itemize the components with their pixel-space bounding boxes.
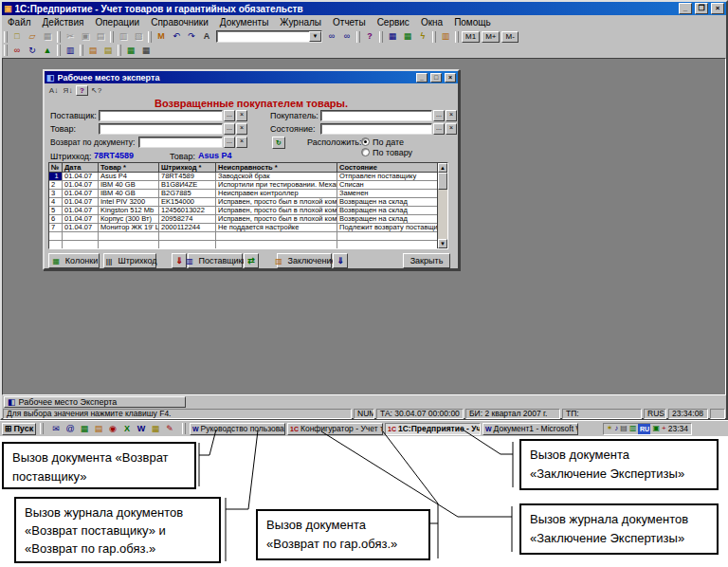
return-doc-input[interactable] xyxy=(138,137,223,148)
menu-reports[interactable]: Отчеты xyxy=(327,17,372,27)
menu-operations[interactable]: Операции xyxy=(89,17,145,27)
table-row[interactable]: 3 01.04.07 IBM 40 GB B2G7885 Неисправен … xyxy=(49,190,437,198)
col-state[interactable]: Состояние xyxy=(337,163,437,173)
cell[interactable]: 6 xyxy=(49,215,63,224)
scrollbar-track[interactable] xyxy=(438,190,447,239)
cell[interactable]: 1 xyxy=(49,173,63,181)
product-lookup-button[interactable]: ... xyxy=(224,123,235,135)
close-form-button[interactable]: Закрыть xyxy=(403,253,450,268)
supplier-input[interactable] xyxy=(99,110,223,121)
journal-icon[interactable]: ▥ xyxy=(63,45,78,57)
cell[interactable]: 3 xyxy=(49,190,63,198)
find-documents-icon[interactable]: ∞ xyxy=(9,45,25,57)
table-row[interactable]: 7 01.04.07 Монитор ЖК 19' LG 2000112244 … xyxy=(49,224,437,232)
menu-file[interactable]: Файл xyxy=(2,17,37,27)
radio-by-date-circle[interactable] xyxy=(361,137,370,146)
table-header-row[interactable]: № Дата Товар * Штрихкод * Неисправность … xyxy=(49,163,437,173)
task-1c-enterprise[interactable]: 1С 1С:Предприятие - Уч... xyxy=(385,423,481,435)
child-titlebar[interactable]: ◧ Рабочее место эксперта _ □ × xyxy=(45,71,458,83)
return-doc-lookup-button[interactable]: ... xyxy=(224,137,235,148)
cell[interactable]: Списан xyxy=(337,181,437,190)
cell[interactable]: 4 xyxy=(49,198,63,207)
app-titlebar[interactable]: ▣ 1С:Предприятие - Учет товаров и гарант… xyxy=(2,2,726,15)
minimize-button[interactable]: _ xyxy=(679,3,692,14)
task-configurator[interactable]: 1С Конфигуратор - Учет то... xyxy=(287,423,383,435)
buyer-input[interactable] xyxy=(320,110,432,121)
barcode-button[interactable]: ||| Штрихкод xyxy=(103,253,156,268)
menu-service[interactable]: Сервис xyxy=(372,17,415,27)
cell[interactable]: Заменен xyxy=(337,190,437,198)
supplier-clear-button[interactable]: × xyxy=(236,110,247,121)
cell[interactable]: Asus P4 xyxy=(99,173,159,181)
combobox-dropdown-icon[interactable]: ▼ xyxy=(309,31,321,42)
table-edit-icon[interactable]: ▦ xyxy=(400,30,415,43)
print-preview-icon[interactable]: ▧ xyxy=(131,30,146,43)
memory-m1-button[interactable]: M1 xyxy=(462,31,480,43)
quick-launch-mail-icon[interactable]: ✉ xyxy=(49,423,63,435)
cell[interactable]: Исправен, просто был в плохой компании xyxy=(216,207,337,215)
print-icon[interactable]: ▥ xyxy=(116,30,131,43)
cell[interactable]: EK154000 xyxy=(159,198,216,207)
conclusion-doc-button[interactable]: ▥ Заключение xyxy=(277,253,332,268)
cell[interactable]: 01.04.07 xyxy=(63,215,99,224)
quick-launch-paint-icon[interactable]: ✎ xyxy=(163,423,176,435)
cell[interactable]: 2 xyxy=(49,181,63,190)
quick-launch-player-icon[interactable]: ◉ xyxy=(106,423,119,435)
cell[interactable]: 01.04.07 xyxy=(63,224,99,232)
quick-launch-floppy-icon[interactable]: ▦ xyxy=(149,423,162,435)
cell[interactable]: 01.04.07 xyxy=(63,181,99,190)
cell[interactable]: 5 xyxy=(49,207,63,215)
tray-volume-icon[interactable]: ♪ xyxy=(614,424,618,433)
cell[interactable]: B2G7885 xyxy=(159,190,216,198)
menu-windows[interactable]: Окна xyxy=(415,17,448,27)
save-icon[interactable]: ▦ xyxy=(40,30,55,43)
sort-za-icon[interactable]: Я↓ xyxy=(62,85,74,96)
buyer-clear-button[interactable]: × xyxy=(446,110,457,121)
quick-launch-desktop-icon[interactable]: ▦ xyxy=(78,423,91,435)
conclusion-journal-button[interactable]: ⇓ xyxy=(333,253,348,268)
cell[interactable]: 01.04.07 xyxy=(63,190,99,198)
quick-launch-media-icon[interactable]: ▤ xyxy=(92,423,105,435)
quick-launch-word-icon[interactable]: W xyxy=(135,423,148,435)
col-date[interactable]: Дата xyxy=(63,163,99,173)
document-time-icon[interactable]: ▤ xyxy=(85,45,100,57)
table-green-icon[interactable]: ▦ xyxy=(123,45,138,57)
tray-icon-3[interactable]: ▥ xyxy=(629,424,637,433)
memory-plus-button[interactable]: М+ xyxy=(482,31,500,43)
radio-by-product-circle[interactable] xyxy=(361,148,370,156)
tray-icon-4[interactable]: ▣ xyxy=(652,424,660,433)
table-row[interactable]: 6 01.04.07 Корпус (300 Вт) 20958274 Испр… xyxy=(49,215,437,224)
col-number[interactable]: № xyxy=(49,163,63,173)
warranty-return-doc-button[interactable]: ⇄ xyxy=(244,253,259,268)
undo-icon[interactable]: ↶ xyxy=(169,30,184,43)
tray-language-indicator[interactable]: RU xyxy=(638,424,650,434)
product-clear-button[interactable]: × xyxy=(236,123,247,135)
search-combobox[interactable]: ▼ xyxy=(216,30,322,43)
table-row[interactable]: 4 01.04.07 Intel PIV 3200 EK154000 Испра… xyxy=(49,198,437,207)
cell[interactable]: IBM 40 GB xyxy=(99,190,159,198)
cell[interactable]: 01.04.07 xyxy=(63,173,99,181)
copy-icon[interactable]: ▣ xyxy=(78,30,93,43)
tray-icon-2[interactable]: ▤ xyxy=(620,424,628,433)
cell[interactable]: Неисправен контроллер xyxy=(216,190,337,198)
cell[interactable]: Монитор ЖК 19' LG xyxy=(99,224,159,232)
cell[interactable]: Возвращен на склад xyxy=(337,207,437,215)
scroll-down-icon[interactable]: ▼ xyxy=(438,239,447,248)
book-icon[interactable]: ▥ xyxy=(438,30,453,43)
document-list-icon[interactable]: ▤ xyxy=(100,45,116,57)
cell[interactable]: 20958274 xyxy=(159,215,216,224)
calendar-icon[interactable]: М xyxy=(154,30,169,43)
cut-icon[interactable]: ✂ xyxy=(63,30,78,43)
col-barcode[interactable]: Штрихкод * xyxy=(159,163,216,173)
open-folder-icon[interactable]: ▱ xyxy=(25,30,40,43)
refresh-button[interactable]: ↻ xyxy=(272,137,285,149)
menu-journals[interactable]: Журналы xyxy=(274,17,327,27)
paste-icon[interactable]: ▤ xyxy=(93,30,108,43)
cell[interactable]: IBM 40 GB xyxy=(99,181,159,190)
menu-documents[interactable]: Документы xyxy=(214,17,275,27)
cell[interactable]: 01.04.07 xyxy=(63,198,99,207)
scrollbar-thumb[interactable] xyxy=(438,173,447,190)
child-minimize-button[interactable]: _ xyxy=(416,73,428,82)
sort-az-icon[interactable]: А↓ xyxy=(47,85,60,96)
menu-help[interactable]: Помощь xyxy=(448,17,497,27)
